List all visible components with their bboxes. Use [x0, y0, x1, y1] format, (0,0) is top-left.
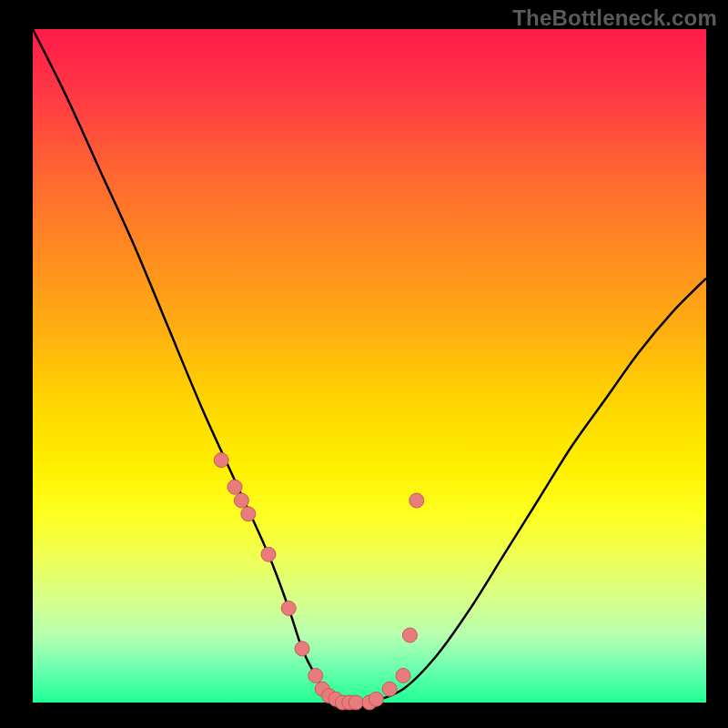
chart-frame: TheBottleneck.com: [0, 0, 728, 728]
plot-gradient-background: [33, 29, 706, 703]
watermark-text: TheBottleneck.com: [512, 5, 717, 31]
